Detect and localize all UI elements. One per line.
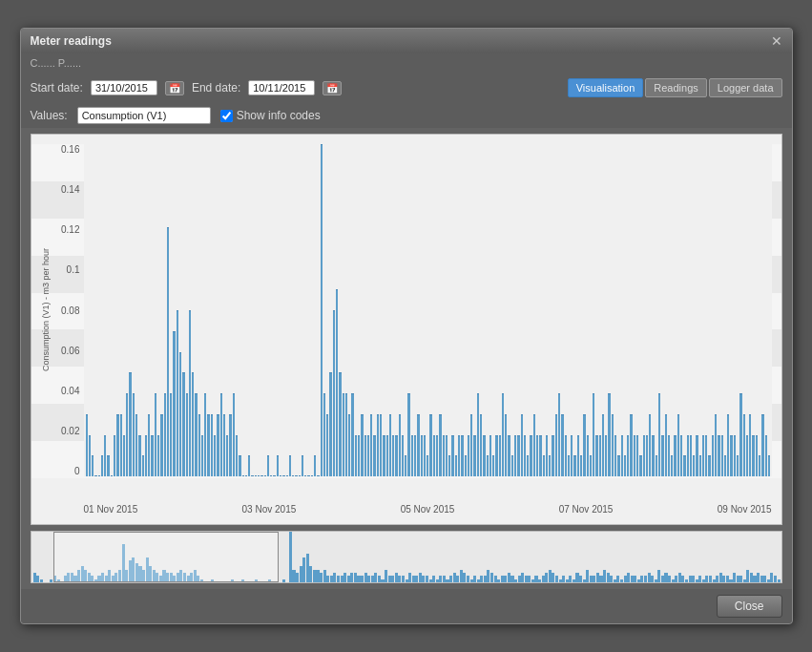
tab-readings[interactable]: Readings (645, 78, 706, 97)
bar (543, 455, 545, 476)
bar (439, 414, 441, 476)
bar (177, 310, 178, 476)
bar (636, 435, 638, 477)
bar (687, 435, 689, 477)
toolbar-left: Start date: 📅 End date: 📅 (31, 80, 343, 95)
bar (765, 435, 767, 477)
toolbar-right: Visualisation Readings Logger data (568, 78, 782, 97)
title-close-button[interactable]: ✕ (771, 34, 782, 48)
bar (517, 435, 519, 477)
end-date-input[interactable] (248, 80, 315, 95)
values-dropdown[interactable]: Consumption (V1) (77, 107, 211, 124)
bar (267, 455, 269, 476)
bar (317, 475, 319, 476)
bar (768, 455, 770, 476)
bar (192, 372, 194, 476)
show-info-codes-checkbox[interactable] (220, 110, 233, 122)
bar (361, 414, 363, 476)
bar (530, 435, 531, 477)
bar (367, 435, 369, 477)
bar (674, 435, 676, 477)
bar (668, 435, 670, 477)
bar (614, 435, 616, 477)
bar (377, 414, 379, 476)
mini-viewport[interactable] (53, 532, 279, 582)
bar (424, 435, 426, 477)
bar (211, 414, 213, 476)
bar (355, 435, 357, 477)
bar (138, 435, 140, 477)
bar (421, 435, 423, 477)
tab-visualisation[interactable]: Visualisation (568, 78, 644, 97)
bars-container (84, 144, 772, 476)
bar (580, 455, 582, 476)
main-chart: Consumption (V1) - m3 per hour 0.160.140… (31, 134, 782, 525)
bar (286, 475, 288, 476)
bar (521, 414, 523, 476)
bar (123, 435, 125, 477)
bar (680, 435, 682, 477)
bar (155, 393, 156, 476)
tab-logger-data[interactable]: Logger data (709, 78, 782, 97)
x-label: 01 Nov 2015 (84, 504, 138, 515)
bar (699, 455, 701, 476)
bar (595, 435, 597, 477)
bar (364, 435, 366, 477)
bar (351, 393, 353, 476)
bar (639, 455, 641, 476)
bar (536, 435, 538, 477)
toolbar: Start date: 📅 End date: 📅 Visualisation … (21, 73, 792, 103)
bar (702, 435, 704, 477)
bar (477, 393, 479, 476)
bar (590, 455, 592, 476)
bar (739, 393, 741, 476)
bar (214, 435, 216, 477)
bar (170, 393, 172, 476)
bar (468, 435, 469, 477)
dialog-title: Meter readings (31, 34, 112, 48)
bar (405, 455, 406, 476)
bar (370, 414, 372, 476)
bar (743, 414, 745, 476)
y-label: 0.12 (61, 224, 83, 235)
bar (761, 414, 763, 476)
close-button[interactable]: Close (717, 595, 782, 618)
x-label: 05 Nov 2015 (401, 504, 455, 515)
show-info-codes-label[interactable]: Show info codes (220, 109, 321, 122)
subtitle-bar: C...... P...... (21, 53, 792, 73)
bar (605, 435, 607, 477)
bar (304, 475, 306, 476)
x-label: 03 Nov 2015 (242, 504, 297, 515)
bar (573, 455, 575, 476)
values-label: Values: (31, 109, 68, 122)
bar (514, 435, 516, 477)
bar (233, 393, 235, 476)
bar (737, 455, 739, 476)
end-date-calendar-button[interactable]: 📅 (323, 81, 342, 95)
bar (345, 393, 347, 476)
bar (179, 352, 181, 477)
start-date-label: Start date: (31, 81, 83, 95)
bar (718, 435, 719, 477)
bar (665, 414, 667, 476)
bar (133, 393, 135, 476)
bar (429, 414, 431, 476)
bar (724, 455, 726, 476)
bar (116, 414, 118, 476)
bar (198, 414, 200, 476)
start-date-input[interactable] (91, 80, 157, 95)
bar (92, 455, 94, 476)
bar (602, 414, 604, 476)
bar (658, 393, 660, 476)
bar (339, 372, 341, 476)
start-date-calendar-button[interactable]: 📅 (165, 81, 184, 95)
bar (480, 414, 482, 476)
bar (436, 435, 438, 477)
bar (715, 414, 717, 476)
bar (646, 435, 648, 477)
bar (399, 414, 401, 476)
bar (752, 435, 754, 477)
bar (571, 435, 573, 477)
bar (524, 435, 526, 477)
bar (539, 435, 541, 477)
